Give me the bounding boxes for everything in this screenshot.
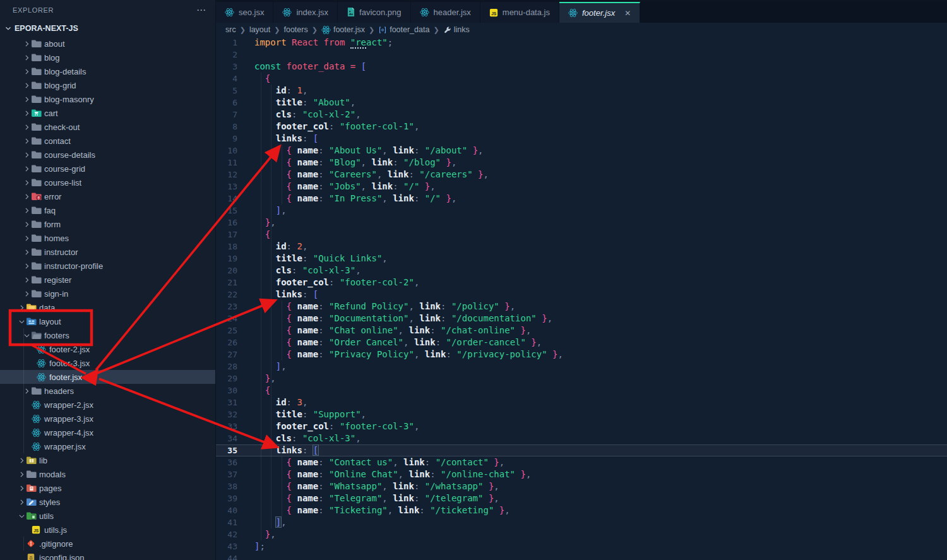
code-line-20[interactable]: 20 cls: "col-xl-3", [216,265,947,277]
breadcrumb-item-footer_data[interactable]: footer_data [378,25,429,34]
tab-footer.jsx[interactable]: footer.jsx✕ [559,2,640,23]
code-line-31[interactable]: 31 id: 3, [216,396,947,408]
tree-item-course-grid[interactable]: course-grid [0,162,215,176]
code-line-4[interactable]: 4 { [216,73,947,85]
code-line-3[interactable]: 3const footer_data = [ [216,61,947,73]
tree-item-homes[interactable]: homes [0,231,215,245]
tree-root-epora-next-js[interactable]: EPORA-NEXT-JS [0,20,215,37]
code-line-32[interactable]: 32 title: "Support", [216,408,947,420]
tab-index.jsx[interactable]: index.jsx [273,2,338,23]
tree-item-register[interactable]: register [0,273,215,287]
tree-item-footer.jsx[interactable]: footer.jsx [0,370,215,384]
tree-item-wrapper.jsx[interactable]: wrapper.jsx [0,439,215,453]
code-line-17[interactable]: 17 { [216,229,947,241]
more-actions-icon[interactable]: ⋯ [196,4,206,16]
tree-item-jsconfig.json[interactable]: {}jsconfig.json [0,551,215,560]
breadcrumb-item-footers[interactable]: footers [283,25,307,34]
tree-item-wrapper-4.jsx[interactable]: wrapper-4.jsx [0,426,215,439]
code-line-35[interactable]: 35 links: [ [216,444,947,456]
code-editor[interactable]: 1import React from "react";23const foote… [216,37,947,560]
code-line-37[interactable]: 37 { name: "Online Chat", link: "/online… [216,468,947,480]
code-line-26[interactable]: 26 { name: "Order Cancel", link: "/order… [216,337,947,349]
tree-item-footer-2.jsx[interactable]: footer-2.jsx [0,342,215,356]
code-line-43[interactable]: 43]; [216,540,947,552]
tree-item-instructor-profile[interactable]: instructor-profile [0,259,215,273]
tree-item-course-details[interactable]: course-details [0,148,215,162]
line-content: cls: "col-xl-3", [242,265,361,277]
tree-item-contact[interactable]: contact [0,134,215,148]
code-line-1[interactable]: 1import React from "react"; [216,37,947,49]
code-line-8[interactable]: 8 footer_col: "footer-col-1", [216,121,947,133]
code-line-11[interactable]: 11 { name: "Blog", link: "/blog" }, [216,157,947,169]
tree-item-pages[interactable]: pages [0,481,215,495]
breadcrumb-item-layout[interactable]: layout [249,25,270,34]
code-line-36[interactable]: 36 { name: "Contact us", link: "/contact… [216,456,947,468]
code-line-19[interactable]: 19 title: "Quick Links", [216,253,947,265]
tree-item-wrapper-2.jsx[interactable]: wrapper-2.jsx [0,398,215,412]
code-line-27[interactable]: 27 { name: "Privacy Policy", link: "/pri… [216,349,947,360]
tree-item-headers[interactable]: headers [0,384,215,398]
code-line-23[interactable]: 23 { name: "Refund Policy", link: "/poli… [216,301,947,313]
tree-item-footers[interactable]: footers [0,328,215,342]
code-line-10[interactable]: 10 { name: "About Us", link: "/about" }, [216,145,947,157]
code-line-38[interactable]: 38 { name: "Whatsapp", link: "/whatsapp"… [216,480,947,492]
code-line-28[interactable]: 28 ], [216,360,947,372]
tree-item-blog-details[interactable]: blog-details [0,64,215,78]
code-line-9[interactable]: 9 links: [ [216,133,947,145]
code-line-14[interactable]: 14 { name: "In Press", link: "/" }, [216,193,947,205]
tree-item-error[interactable]: error [0,189,215,203]
tree-item-blog[interactable]: blog [0,51,215,64]
tree-item-wrapper-3.jsx[interactable]: wrapper-3.jsx [0,412,215,426]
tab-seo.jsx[interactable]: seo.jsx [216,2,273,23]
code-line-41[interactable]: 41 ], [216,516,947,528]
tree-item-blog-masonry[interactable]: blog-masonry [0,92,215,106]
tree-item-about[interactable]: about [0,37,215,51]
tree-item-data[interactable]: data [0,301,215,314]
code-line-6[interactable]: 6 title: "About", [216,97,947,109]
close-icon[interactable]: ✕ [624,9,631,18]
code-line-30[interactable]: 30 { [216,384,947,396]
tree-item-layout[interactable]: layout [0,314,215,328]
breadcrumb-item-footer.jsx[interactable]: footer.jsx [321,25,365,35]
code-line-39[interactable]: 39 { name: "Telegram", link: "/telegram"… [216,492,947,504]
code-line-34[interactable]: 34 cls: "col-xl-3", [216,432,947,444]
code-line-5[interactable]: 5 id: 1, [216,85,947,97]
chevron-right-icon [21,109,32,117]
code-line-12[interactable]: 12 { name: "Careers", link: "/careers" }… [216,169,947,181]
code-line-18[interactable]: 18 id: 2, [216,241,947,253]
tree-item-form[interactable]: form [0,217,215,231]
tree-item-check-out[interactable]: check-out [0,120,215,134]
tree-item-faq[interactable]: faq [0,203,215,217]
code-line-25[interactable]: 25 { name: "Chat online", link: "/chat-o… [216,325,947,337]
code-line-13[interactable]: 13 { name: "Jobs", link: "/" }, [216,181,947,193]
tree-item-cart[interactable]: cart [0,106,215,120]
tab-header.jsx[interactable]: header.jsx [411,2,480,23]
tree-item-sign-in[interactable]: sign-in [0,287,215,301]
tree-item-blog-grid[interactable]: blog-grid [0,78,215,92]
tree-item-course-list[interactable]: course-list [0,176,215,189]
code-line-24[interactable]: 24 { name: "Documentation", link: "/docu… [216,313,947,325]
tree-item-.gitignore[interactable]: .gitignore [0,537,215,551]
tree-item-lib[interactable]: lib [0,453,215,467]
code-line-44[interactable]: 44 [216,552,947,560]
breadcrumb-item-links[interactable]: links [443,25,470,34]
code-line-33[interactable]: 33 footer_col: "footer-col-3", [216,420,947,432]
tree-item-modals[interactable]: modals [0,467,215,481]
code-line-21[interactable]: 21 footer_col: "footer-col-2", [216,277,947,289]
breadcrumb-item-src[interactable]: src [225,25,236,34]
tree-item-utils[interactable]: utils [0,509,215,523]
tree-item-footer-3.jsx[interactable]: footer-3.jsx [0,356,215,370]
tab-menu-data.js[interactable]: JSmenu-data.js [480,2,559,23]
code-line-22[interactable]: 22 links: [ [216,289,947,301]
code-line-2[interactable]: 2 [216,49,947,61]
code-line-40[interactable]: 40 { name: "Ticketing", link: "/ticketin… [216,504,947,516]
tree-item-instructor[interactable]: instructor [0,245,215,259]
tree-item-utils.js[interactable]: JSutils.js [0,523,215,537]
code-line-16[interactable]: 16 }, [216,217,947,229]
tree-item-styles[interactable]: styles [0,495,215,509]
tab-favicon.png[interactable]: favicon.png [338,2,411,23]
code-line-7[interactable]: 7 cls: "col-xl-2", [216,109,947,121]
code-line-29[interactable]: 29 }, [216,372,947,384]
code-line-15[interactable]: 15 ], [216,205,947,217]
code-line-42[interactable]: 42 }, [216,528,947,540]
